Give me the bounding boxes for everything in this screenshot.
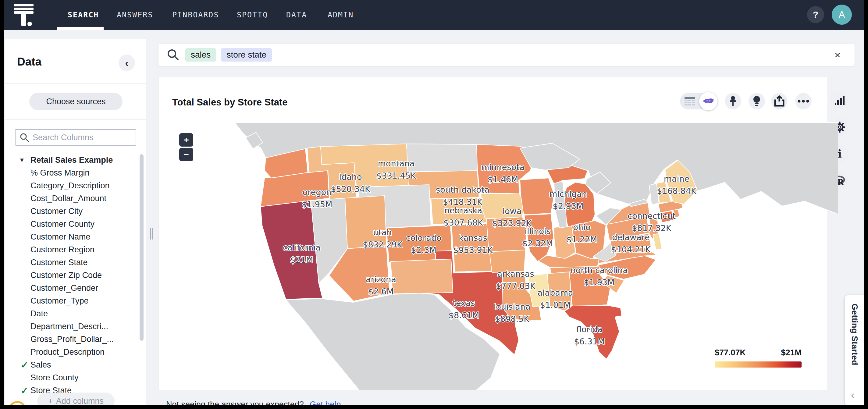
pin-icon [728, 95, 738, 107]
state-label-california: california [283, 243, 321, 252]
state-label-connecticut: connecticut [627, 211, 676, 221]
state-label-florida: florida [576, 324, 602, 334]
column-item-customer-name[interactable]: Customer Name [0, 230, 134, 243]
answer-title: Total Sales by Store State [172, 97, 287, 108]
column-search-input[interactable] [32, 133, 125, 143]
choose-sources-button[interactable]: Choose sources [29, 93, 123, 110]
sidebar-scrollbar[interactable] [140, 154, 144, 341]
column-item-gross-profit-dollar-[interactable]: Gross_Profit_Dollar_... [0, 333, 134, 346]
nav-item-spotiq[interactable]: SPOTIQ [237, 10, 268, 19]
table-view-icon[interactable] [684, 97, 695, 106]
avatar[interactable]: A [832, 5, 852, 25]
state-value-maine: $168.84K [657, 186, 697, 196]
nav-item-pinboards[interactable]: PINBOARDS [172, 10, 219, 19]
search-token-sales[interactable]: sales [185, 48, 216, 62]
check-icon: ✓ [21, 385, 28, 396]
column-item--gross-margin[interactable]: % Gross Margin [0, 166, 134, 179]
frame-border [0, 0, 4, 409]
legend-gradient [715, 361, 802, 368]
getting-started-label: Getting Started [850, 304, 860, 365]
state-label-montana: montana [378, 159, 415, 168]
info-icon: i [838, 147, 842, 160]
footer-hint: Not seeing the answer you expected? Get … [166, 400, 341, 405]
column-item-category-description[interactable]: Category_Description [0, 179, 134, 192]
column-item-customer-city[interactable]: Customer City [0, 205, 134, 218]
state-value-oregon: $1.95M [302, 200, 333, 209]
column-item-sales[interactable]: ✓Sales [0, 358, 134, 371]
state-label-idaho: idaho [339, 172, 362, 182]
more-options-button[interactable] [795, 93, 812, 109]
state-label-alabama: alabama [537, 288, 573, 297]
pin-button[interactable] [725, 93, 741, 109]
state-label-minnesota: minnesota [481, 162, 525, 172]
column-item-customer-type[interactable]: Customer_Type [0, 294, 134, 307]
state-value-connecticut: $817.32K [632, 223, 672, 233]
legend-max: $21M [781, 348, 802, 357]
chevron-left-icon: ‹ [851, 389, 855, 402]
state-value-idaho: $520.34K [331, 184, 371, 194]
state-value-illinois: $2.32M [522, 239, 553, 248]
state-georgia[interactable] [569, 270, 610, 307]
lightbulb-icon [752, 95, 762, 107]
map-view-button-active[interactable] [699, 92, 717, 110]
state-value-california: $21M [290, 255, 313, 264]
state-value-ohio: $1.22M [566, 235, 597, 244]
state-label-utah: utah [373, 228, 392, 237]
help-button[interactable]: ? [807, 6, 824, 23]
data-panel-title: Data [17, 56, 41, 68]
share-button[interactable] [771, 93, 787, 109]
column-item-store-county[interactable]: Store County [0, 371, 134, 384]
state-label-iowa: iowa [503, 206, 522, 216]
thoughtspot-logo-icon[interactable] [14, 4, 33, 26]
spotiq-insights-button[interactable] [748, 93, 765, 109]
getting-started-tab[interactable]: Getting Started ‹ [845, 295, 864, 406]
state-delaware[interactable] [653, 233, 662, 250]
search-tokens: salesstore state [185, 48, 277, 62]
nav-active-underline [57, 27, 104, 30]
search-icon [19, 132, 30, 143]
state-value-montana: $331.45K [376, 171, 416, 181]
column-item-date[interactable]: Date [0, 307, 134, 320]
state-value-south_dakota: $418.31K [443, 197, 483, 207]
state-new_mexico[interactable] [391, 259, 453, 294]
state-label-ohio: ohio [573, 222, 591, 232]
panel-collapse-button[interactable]: ‹ [119, 55, 135, 71]
state-label-louisiana: louisiana [494, 302, 530, 312]
footer-hint-link[interactable]: Get help [310, 400, 341, 405]
column-item-cost-dollar-amount[interactable]: Cost_Dollar_Amount [0, 192, 134, 205]
column-item-customer-zip-code[interactable]: Customer Zip Code [0, 269, 134, 282]
nav-item-search[interactable]: SEARCH [68, 10, 99, 19]
search-token-store-state[interactable]: store state [221, 48, 272, 62]
source-row-retail-sales-example[interactable]: ▼Retail Sales Example [0, 154, 134, 166]
panel-resize-handle[interactable] [150, 228, 151, 240]
panel-resize-handle[interactable] [152, 228, 153, 240]
column-search-box [15, 129, 136, 146]
state-value-north_carolina: $1.93M [584, 278, 615, 287]
ellipsis-icon [797, 99, 809, 103]
column-item-customer-state[interactable]: Customer State [0, 256, 134, 269]
map-zoom-in-button[interactable]: + [179, 133, 193, 147]
state-north_dakota[interactable] [407, 144, 477, 172]
column-item-product-description[interactable]: Product_Description [0, 346, 134, 358]
divider [5, 83, 146, 84]
nav-item-answers[interactable]: ANSWERS [117, 10, 153, 19]
search-bar[interactable]: salesstore state [158, 43, 855, 66]
state-value-delaware: $104.21K [611, 245, 651, 254]
chart-config-button[interactable] [831, 92, 848, 109]
state-label-illinois: illinois [525, 226, 551, 236]
nav-item-data[interactable]: DATA [286, 10, 307, 19]
column-item-customer-gender[interactable]: Customer_Gender [0, 282, 134, 294]
state-value-michigan: $2.93M [553, 201, 584, 211]
bar-chart-icon [835, 96, 845, 105]
column-item-customer-region[interactable]: Customer Region [0, 243, 134, 256]
nav-item-admin[interactable]: ADMIN [328, 10, 353, 19]
state-label-kansas: kansas [459, 233, 487, 243]
column-item-department-descri-[interactable]: Department_Descri... [0, 320, 134, 333]
check-icon: ✓ [21, 359, 28, 370]
map-zoom-out-button[interactable]: − [179, 148, 193, 161]
state-value-louisiana: $898.5K [495, 314, 529, 324]
clear-search-button[interactable]: × [831, 49, 844, 61]
column-item-customer-county[interactable]: Customer County [0, 218, 134, 230]
state-value-minnesota: $1.46M [488, 175, 519, 184]
state-label-nebraska: nebraska [444, 206, 482, 215]
